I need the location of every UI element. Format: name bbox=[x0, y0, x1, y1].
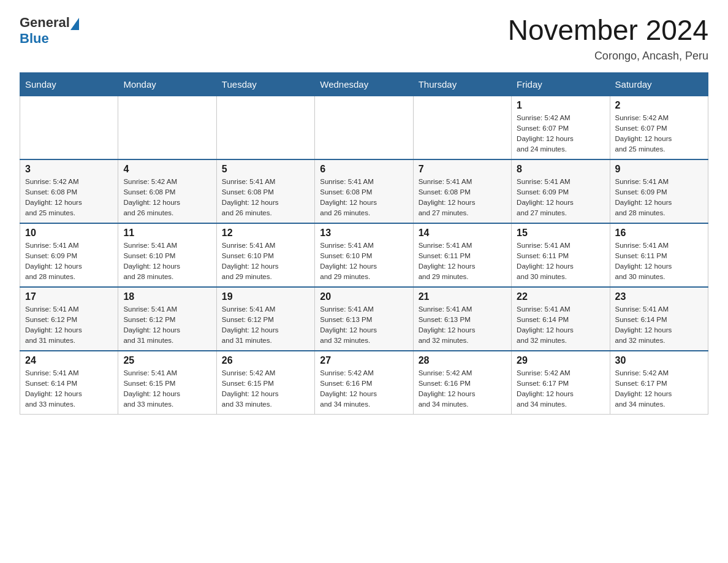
calendar-cell: 1Sunrise: 5:42 AMSunset: 6:07 PMDaylight… bbox=[512, 96, 610, 159]
logo-triangle-icon bbox=[70, 18, 79, 30]
calendar-cell: 26Sunrise: 5:42 AMSunset: 6:15 PMDayligh… bbox=[216, 351, 314, 415]
calendar-cell: 28Sunrise: 5:42 AMSunset: 6:16 PMDayligh… bbox=[413, 351, 511, 415]
day-number: 17 bbox=[25, 291, 113, 302]
page-header: General Blue November 2024 Corongo, Anca… bbox=[20, 15, 708, 63]
calendar-cell bbox=[413, 96, 511, 159]
weekday-header-saturday: Saturday bbox=[610, 72, 708, 96]
page-title: November 2024 bbox=[508, 15, 708, 46]
weekday-header-wednesday: Wednesday bbox=[315, 72, 413, 96]
calendar-cell: 12Sunrise: 5:41 AMSunset: 6:10 PMDayligh… bbox=[216, 223, 314, 287]
day-info: Sunrise: 5:42 AMSunset: 6:17 PMDaylight:… bbox=[517, 368, 604, 410]
calendar-cell: 15Sunrise: 5:41 AMSunset: 6:11 PMDayligh… bbox=[512, 223, 610, 287]
calendar-cell: 27Sunrise: 5:42 AMSunset: 6:16 PMDayligh… bbox=[315, 351, 413, 415]
calendar-cell: 20Sunrise: 5:41 AMSunset: 6:13 PMDayligh… bbox=[315, 287, 413, 351]
day-info: Sunrise: 5:41 AMSunset: 6:14 PMDaylight:… bbox=[25, 368, 113, 410]
calendar-cell: 29Sunrise: 5:42 AMSunset: 6:17 PMDayligh… bbox=[512, 351, 610, 415]
weekday-header-tuesday: Tuesday bbox=[216, 72, 314, 96]
day-info: Sunrise: 5:41 AMSunset: 6:09 PMDaylight:… bbox=[25, 240, 113, 283]
day-number: 14 bbox=[419, 228, 506, 239]
calendar-cell: 23Sunrise: 5:41 AMSunset: 6:14 PMDayligh… bbox=[610, 287, 708, 351]
day-number: 4 bbox=[123, 164, 211, 175]
calendar-cell bbox=[315, 96, 413, 159]
weekday-header-thursday: Thursday bbox=[413, 72, 511, 96]
calendar-cell: 6Sunrise: 5:41 AMSunset: 6:08 PMDaylight… bbox=[315, 159, 413, 223]
day-info: Sunrise: 5:41 AMSunset: 6:14 PMDaylight:… bbox=[615, 304, 703, 347]
weekday-header-sunday: Sunday bbox=[20, 72, 118, 96]
calendar-cell: 4Sunrise: 5:42 AMSunset: 6:08 PMDaylight… bbox=[118, 159, 216, 223]
calendar-week-row: 1Sunrise: 5:42 AMSunset: 6:07 PMDaylight… bbox=[20, 96, 708, 159]
calendar-week-row: 24Sunrise: 5:41 AMSunset: 6:14 PMDayligh… bbox=[20, 351, 708, 415]
day-info: Sunrise: 5:41 AMSunset: 6:10 PMDaylight:… bbox=[123, 240, 211, 283]
day-number: 10 bbox=[25, 228, 113, 239]
calendar-cell: 18Sunrise: 5:41 AMSunset: 6:12 PMDayligh… bbox=[118, 287, 216, 351]
calendar-cell: 11Sunrise: 5:41 AMSunset: 6:10 PMDayligh… bbox=[118, 223, 216, 287]
day-info: Sunrise: 5:41 AMSunset: 6:13 PMDaylight:… bbox=[419, 304, 506, 347]
logo: General Blue bbox=[20, 15, 80, 47]
calendar-week-row: 17Sunrise: 5:41 AMSunset: 6:12 PMDayligh… bbox=[20, 287, 708, 351]
weekday-header-monday: Monday bbox=[118, 72, 216, 96]
day-info: Sunrise: 5:41 AMSunset: 6:09 PMDaylight:… bbox=[517, 177, 604, 219]
calendar-cell: 9Sunrise: 5:41 AMSunset: 6:09 PMDaylight… bbox=[610, 159, 708, 223]
day-info: Sunrise: 5:42 AMSunset: 6:07 PMDaylight:… bbox=[615, 113, 703, 155]
day-number: 12 bbox=[222, 228, 309, 239]
calendar-cell bbox=[118, 96, 216, 159]
day-number: 28 bbox=[419, 355, 506, 366]
day-number: 29 bbox=[517, 355, 604, 366]
page-subtitle: Corongo, Ancash, Peru bbox=[508, 50, 708, 63]
title-section: November 2024 Corongo, Ancash, Peru bbox=[508, 15, 708, 63]
calendar-cell: 7Sunrise: 5:41 AMSunset: 6:08 PMDaylight… bbox=[413, 159, 511, 223]
day-info: Sunrise: 5:41 AMSunset: 6:08 PMDaylight:… bbox=[419, 177, 506, 219]
day-info: Sunrise: 5:41 AMSunset: 6:15 PMDaylight:… bbox=[123, 368, 211, 410]
calendar-week-row: 3Sunrise: 5:42 AMSunset: 6:08 PMDaylight… bbox=[20, 159, 708, 223]
day-info: Sunrise: 5:41 AMSunset: 6:10 PMDaylight:… bbox=[222, 240, 309, 283]
day-info: Sunrise: 5:41 AMSunset: 6:12 PMDaylight:… bbox=[123, 304, 211, 347]
calendar-cell: 22Sunrise: 5:41 AMSunset: 6:14 PMDayligh… bbox=[512, 287, 610, 351]
day-number: 13 bbox=[320, 228, 408, 239]
calendar-cell: 10Sunrise: 5:41 AMSunset: 6:09 PMDayligh… bbox=[20, 223, 118, 287]
day-number: 21 bbox=[419, 291, 506, 302]
day-number: 26 bbox=[222, 355, 309, 366]
day-info: Sunrise: 5:41 AMSunset: 6:13 PMDaylight:… bbox=[320, 304, 408, 347]
day-number: 6 bbox=[320, 164, 408, 175]
calendar-cell: 16Sunrise: 5:41 AMSunset: 6:11 PMDayligh… bbox=[610, 223, 708, 287]
day-number: 24 bbox=[25, 355, 113, 366]
day-number: 7 bbox=[419, 164, 506, 175]
day-number: 30 bbox=[615, 355, 703, 366]
calendar-cell: 13Sunrise: 5:41 AMSunset: 6:10 PMDayligh… bbox=[315, 223, 413, 287]
calendar-cell bbox=[216, 96, 314, 159]
day-number: 8 bbox=[517, 164, 604, 175]
day-number: 18 bbox=[123, 291, 211, 302]
day-info: Sunrise: 5:42 AMSunset: 6:16 PMDaylight:… bbox=[419, 368, 506, 410]
day-number: 11 bbox=[123, 228, 211, 239]
day-number: 5 bbox=[222, 164, 309, 175]
day-number: 16 bbox=[615, 228, 703, 239]
calendar-cell: 2Sunrise: 5:42 AMSunset: 6:07 PMDaylight… bbox=[610, 96, 708, 159]
calendar-cell: 14Sunrise: 5:41 AMSunset: 6:11 PMDayligh… bbox=[413, 223, 511, 287]
day-info: Sunrise: 5:41 AMSunset: 6:14 PMDaylight:… bbox=[517, 304, 604, 347]
calendar-week-row: 10Sunrise: 5:41 AMSunset: 6:09 PMDayligh… bbox=[20, 223, 708, 287]
day-info: Sunrise: 5:41 AMSunset: 6:11 PMDaylight:… bbox=[419, 240, 506, 283]
calendar-cell: 17Sunrise: 5:41 AMSunset: 6:12 PMDayligh… bbox=[20, 287, 118, 351]
day-number: 22 bbox=[517, 291, 604, 302]
day-info: Sunrise: 5:41 AMSunset: 6:08 PMDaylight:… bbox=[222, 177, 309, 219]
day-number: 1 bbox=[517, 100, 604, 111]
day-number: 23 bbox=[615, 291, 703, 302]
day-number: 20 bbox=[320, 291, 408, 302]
day-number: 27 bbox=[320, 355, 408, 366]
weekday-header-row: SundayMondayTuesdayWednesdayThursdayFrid… bbox=[20, 72, 708, 96]
calendar-table: SundayMondayTuesdayWednesdayThursdayFrid… bbox=[20, 72, 708, 415]
calendar-cell: 5Sunrise: 5:41 AMSunset: 6:08 PMDaylight… bbox=[216, 159, 314, 223]
day-number: 9 bbox=[615, 164, 703, 175]
calendar-cell: 24Sunrise: 5:41 AMSunset: 6:14 PMDayligh… bbox=[20, 351, 118, 415]
day-info: Sunrise: 5:42 AMSunset: 6:16 PMDaylight:… bbox=[320, 368, 408, 410]
day-info: Sunrise: 5:41 AMSunset: 6:11 PMDaylight:… bbox=[615, 240, 703, 283]
day-number: 19 bbox=[222, 291, 309, 302]
day-number: 3 bbox=[25, 164, 113, 175]
day-info: Sunrise: 5:42 AMSunset: 6:08 PMDaylight:… bbox=[25, 177, 113, 219]
calendar-cell: 30Sunrise: 5:42 AMSunset: 6:17 PMDayligh… bbox=[610, 351, 708, 415]
weekday-header-friday: Friday bbox=[512, 72, 610, 96]
calendar-cell bbox=[20, 96, 118, 159]
calendar-cell: 21Sunrise: 5:41 AMSunset: 6:13 PMDayligh… bbox=[413, 287, 511, 351]
day-info: Sunrise: 5:41 AMSunset: 6:10 PMDaylight:… bbox=[320, 240, 408, 283]
day-info: Sunrise: 5:42 AMSunset: 6:07 PMDaylight:… bbox=[517, 113, 604, 155]
